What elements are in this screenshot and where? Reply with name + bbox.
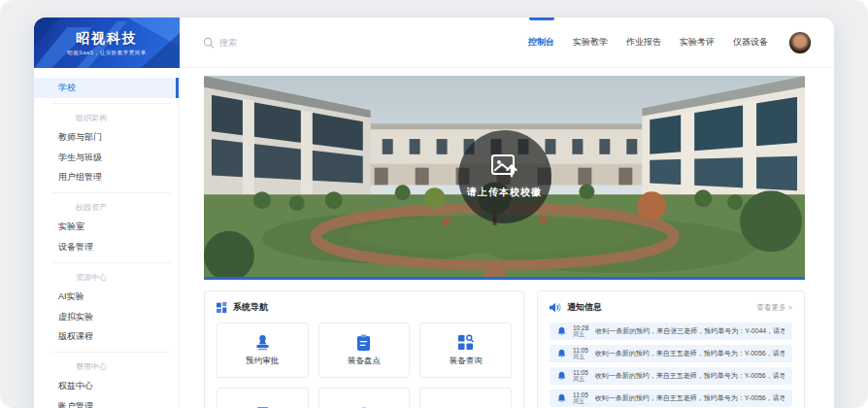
notice-time: 11:05 周五 xyxy=(573,369,588,383)
notification-row[interactable]: 11:05 周五 收到一条新的预约，来自王五老师，预约单号为：Y-0056，请尽… xyxy=(550,390,792,407)
bell-icon xyxy=(557,371,566,381)
sidebar-item[interactable]: AI实验 xyxy=(34,287,179,307)
notifications-header: 通知信息 查看更多 > xyxy=(550,301,792,314)
bell-icon xyxy=(557,326,566,336)
stamp-icon xyxy=(254,334,271,351)
notice-list: 10:28 周五 收到一条新的预约，来自张三老师，预约单号为：Y-0044，请尽… xyxy=(550,323,792,407)
grid-search-icon xyxy=(457,334,474,351)
sidebar-item[interactable]: 用户组管理 xyxy=(34,167,179,187)
sidebar-item[interactable]: 设备管理 xyxy=(34,237,179,257)
sidebar-item[interactable]: 教师与部门 xyxy=(34,127,179,148)
screenshot-root: 昭视科技 昭视SaaS，让实验教学更简单 控制台实验教学作业报告实验考评仪器设备… xyxy=(0,0,868,408)
nav-card-label: 装备盘点 xyxy=(348,356,381,367)
notification-row[interactable]: 11:05 周五 收到一条新的预约，来自王五老师，预约单号为：Y-0056，请尽… xyxy=(550,345,792,362)
brand-logo[interactable]: 昭视科技 昭视SaaS，让实验教学更简单 xyxy=(34,17,180,68)
dashboard-panels: 系统导航 预约审批 xyxy=(204,290,805,408)
notification-row[interactable]: 11:05 周五 收到一条新的预约，来自王五老师，预约单号为：Y-0056，请尽… xyxy=(550,367,792,385)
header: 控制台实验教学作业报告实验考评仪器设备 xyxy=(180,17,834,68)
sidebar-section-label: 资源中心 xyxy=(51,262,171,287)
notifications-title: 通知信息 xyxy=(567,301,602,314)
nav-card-partial[interactable] xyxy=(419,388,512,408)
top-bar: 昭视科技 昭视SaaS，让实验教学更简单 控制台实验教学作业报告实验考评仪器设备 xyxy=(34,17,834,68)
nav-card-partial[interactable] xyxy=(217,388,309,408)
nav-tab[interactable]: 实验考评 xyxy=(680,17,715,68)
upload-hint-text: 请上传本校校徽 xyxy=(467,186,542,199)
grid-icon xyxy=(217,302,227,313)
search-icon xyxy=(203,37,215,49)
main-content: 请上传本校校徽 系统导航 xyxy=(180,68,834,408)
clipboard-icon xyxy=(356,334,371,351)
notice-message: 收到一条新的预约，来自张三老师，预约单号为：Y-0044，请尽快处理。 xyxy=(595,326,785,336)
image-upload-icon xyxy=(490,153,519,179)
nav-card-label: 装备查询 xyxy=(450,356,483,367)
view-more-link[interactable]: 查看更多 > xyxy=(757,303,792,313)
campus-hero-banner: 请上传本校校徽 xyxy=(204,76,805,280)
sidebar-item[interactable]: 学生与班级 xyxy=(34,148,179,168)
sidebar-menu: 学校组织架构教师与部门学生与班级用户组管理校园资产实验室设备管理资源中心AI实验… xyxy=(34,68,180,408)
notice-time: 10:28 周五 xyxy=(573,324,588,338)
notice-message: 收到一条新的预约，来自王五老师，预约单号为：Y-0056，请尽快处理。 xyxy=(595,371,785,381)
nav-card-approval[interactable]: 预约审批 xyxy=(217,323,309,378)
user-avatar[interactable] xyxy=(789,32,811,53)
speaker-icon xyxy=(550,302,561,313)
sidebar-section-label: 费用中心 xyxy=(51,352,171,376)
notice-message: 收到一条新的预约，来自王五老师，预约单号为：Y-0056，请尽快处理。 xyxy=(595,349,785,358)
sidebar-section-label: 校园资产 xyxy=(51,192,171,217)
nav-tab[interactable]: 仪器设备 xyxy=(733,17,768,68)
nav-card-label: 预约审批 xyxy=(246,356,279,367)
search-input[interactable] xyxy=(219,38,326,48)
nav-tabs: 控制台实验教学作业报告实验考评仪器设备 xyxy=(528,17,768,68)
notification-row[interactable]: 10:28 周五 收到一条新的预约，来自张三老师，预约单号为：Y-0044，请尽… xyxy=(550,323,792,340)
search-box[interactable] xyxy=(203,37,326,49)
notice-time: 11:05 周五 xyxy=(573,347,588,360)
system-nav-panel: 系统导航 预约审批 xyxy=(204,290,524,408)
notice-time: 11:05 周五 xyxy=(573,391,588,405)
app-body: 学校组织架构教师与部门学生与班级用户组管理校园资产实验室设备管理资源中心AI实验… xyxy=(34,68,834,408)
nav-card-query[interactable]: 装备查询 xyxy=(419,323,512,378)
bell-icon xyxy=(557,393,566,403)
system-nav-title: 系统导航 xyxy=(233,301,268,314)
sidebar-item[interactable]: 账户管理 xyxy=(34,396,179,408)
nav-card-partial[interactable] xyxy=(318,388,411,408)
sidebar-section-label: 组织架构 xyxy=(51,103,171,127)
nav-card-inventory[interactable]: 装备盘点 xyxy=(318,323,411,378)
sidebar-item[interactable]: 学校 xyxy=(34,78,179,98)
sidebar-item[interactable]: 权益中心 xyxy=(34,376,179,396)
brand-tagline: 昭视SaaS，让实验教学更简单 xyxy=(67,50,146,56)
brand-name: 昭视科技 xyxy=(76,30,138,48)
nav-tab[interactable]: 实验教学 xyxy=(573,17,608,68)
upload-school-badge-button[interactable]: 请上传本校校徽 xyxy=(458,130,551,223)
sidebar-item[interactable]: 版权课程 xyxy=(34,326,179,347)
app-window: 昭视科技 昭视SaaS，让实验教学更简单 控制台实验教学作业报告实验考评仪器设备… xyxy=(34,17,834,408)
system-nav-header: 系统导航 xyxy=(217,301,512,314)
nav-tab[interactable]: 控制台 xyxy=(528,17,554,68)
sidebar-item[interactable]: 实验室 xyxy=(34,217,179,237)
sidebar-item[interactable]: 虚拟实验 xyxy=(34,307,179,327)
notifications-panel: 通知信息 查看更多 > 10:28 周五 收到一条新的预约，来自张三老师，预约单… xyxy=(537,290,805,408)
nav-card-grid: 预约审批 装备盘点 xyxy=(217,323,512,408)
notice-message: 收到一条新的预约，来自王五老师，预约单号为：Y-0056，请尽快处理。 xyxy=(595,393,785,403)
nav-tab[interactable]: 作业报告 xyxy=(626,17,661,68)
bell-icon xyxy=(557,349,566,358)
